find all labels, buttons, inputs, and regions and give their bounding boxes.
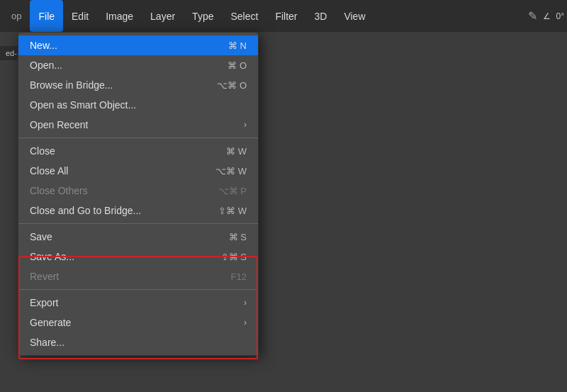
divider-3 [18,289,258,290]
menu-item-save-shortcut: ⌘ S [229,232,247,242]
divider-1 [18,138,258,138]
menu-item-open-smart[interactable]: Open as Smart Object... [18,95,258,115]
menu-item-close-label: Close [30,145,212,157]
menu-3d[interactable]: 3D [306,0,336,32]
menu-item-revert-shortcut: F12 [231,271,247,282]
menu-image[interactable]: Image [97,0,142,32]
menu-item-save-label: Save [30,231,215,242]
menu-item-browse-bridge-label: Browse in Bridge... [30,79,203,91]
menu-item-browse-bridge-shortcut: ⌥⌘ O [217,80,247,91]
menu-item-share[interactable]: Share... [18,332,258,352]
angle-value: 0° [556,11,564,21]
angle-icon: ∠ [543,11,551,21]
menu-item-open-recent[interactable]: Open Recent › [18,115,258,135]
menu-item-close-shortcut: ⌘ W [226,146,247,157]
menu-item-save-as-shortcut: ⇧⌘ S [221,252,247,262]
menu-item-revert: Revert F12 [18,267,258,286]
menu-item-close-bridge-label: Close and Go to Bridge... [30,205,204,216]
menu-item-share-label: Share... [30,337,232,348]
menu-item-open-smart-label: Open as Smart Object... [30,99,232,111]
menu-filter[interactable]: Filter [266,0,305,32]
open-recent-arrow-icon: › [244,120,247,130]
menu-item-close-others-label: Close Others [30,185,204,196]
menu-item-new-shortcut: ⌘ N [228,40,247,51]
menu-item-close-others: Close Others ⌥⌘ P [18,181,258,201]
menu-file[interactable]: File [30,0,63,32]
menu-item-revert-label: Revert [30,271,217,282]
edit-toolbar-icon: ✎ [528,9,537,23]
divider-2 [18,223,258,224]
menu-item-new[interactable]: New... ⌘ N [18,35,258,55]
menu-item-close-all-label: Close All [30,165,201,177]
file-dropdown-menu: New... ⌘ N Open... ⌘ O Browse in Bridge.… [18,32,259,356]
menu-item-browse-bridge[interactable]: Browse in Bridge... ⌥⌘ O [18,75,258,95]
menu-item-open-label: Open... [30,60,213,71]
menu-item-export[interactable]: Export › [18,293,258,313]
menu-item-generate[interactable]: Generate › [18,313,258,332]
menu-item-open-shortcut: ⌘ O [228,60,247,71]
menu-edit[interactable]: Edit [63,0,97,32]
menu-item-close-bridge-shortcut: ⇧⌘ W [218,206,247,216]
menu-item-open[interactable]: Open... ⌘ O [18,55,258,75]
menu-item-close-bridge[interactable]: Close and Go to Bridge... ⇧⌘ W [18,201,258,220]
menu-item-close-all-shortcut: ⌥⌘ W [215,166,247,177]
menu-item-close-others-shortcut: ⌥⌘ P [218,186,247,196]
menu-item-save-as-label: Save As... [30,251,207,262]
menu-item-save[interactable]: Save ⌘ S [18,227,258,247]
app-name: op [3,0,30,32]
menu-view[interactable]: View [335,0,374,32]
content-area: ed- New... ⌘ N Open... ⌘ O Browse in Bri… [0,32,567,364]
menu-type[interactable]: Type [184,0,222,32]
menu-item-close-all[interactable]: Close All ⌥⌘ W [18,161,258,181]
menu-item-close[interactable]: Close ⌘ W [18,141,258,161]
menu-select[interactable]: Select [222,0,266,32]
export-arrow-icon: › [244,298,247,308]
menu-item-generate-label: Generate [30,317,244,328]
menu-item-export-label: Export [30,297,244,308]
menubar: op File Edit Image Layer Type Select Fil… [0,0,567,32]
menu-item-open-recent-label: Open Recent [30,119,244,130]
menu-item-new-label: New... [30,40,214,51]
menu-layer[interactable]: Layer [142,0,184,32]
menu-item-save-as[interactable]: Save As... ⇧⌘ S [18,247,258,267]
generate-arrow-icon: › [244,318,247,327]
